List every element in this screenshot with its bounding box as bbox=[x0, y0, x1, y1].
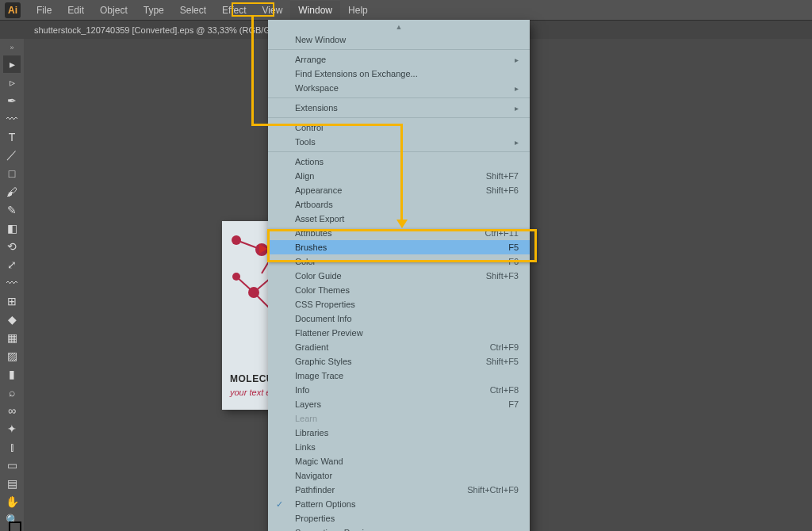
menu-item-magic-wand[interactable]: Magic Wand bbox=[268, 454, 530, 468]
menu-separator bbox=[268, 117, 530, 118]
artwork-subtitle: your text e bbox=[230, 388, 270, 397]
menu-item-color-guide[interactable]: Color GuideShift+F3 bbox=[268, 269, 530, 283]
menu-item-brushes[interactable]: BrushesF5 bbox=[268, 240, 530, 254]
menu-edit[interactable]: Edit bbox=[59, 1, 92, 20]
window-menu-dropdown: ▲ New WindowArrange▸Find Extensions on E… bbox=[268, 20, 530, 531]
menu-item-flattener-preview[interactable]: Flattener Preview bbox=[268, 326, 530, 340]
menu-item-links[interactable]: Links bbox=[268, 440, 530, 454]
menu-item-label: Align bbox=[295, 171, 486, 181]
menu-item-css-properties[interactable]: CSS Properties bbox=[268, 297, 530, 311]
pen-tool[interactable]: ✒ bbox=[3, 92, 21, 109]
menu-item-label: Color Guide bbox=[295, 271, 486, 281]
menu-item-label: Workspace bbox=[295, 83, 515, 93]
slice-tool[interactable]: ▤ bbox=[3, 475, 21, 492]
expand-tools-icon[interactable]: » bbox=[10, 44, 13, 52]
shape-builder-tool[interactable]: ◆ bbox=[3, 311, 21, 328]
menu-object[interactable]: Object bbox=[92, 1, 136, 20]
menu-separator bbox=[268, 49, 530, 50]
menu-item-control[interactable]: Control bbox=[268, 120, 530, 135]
selection-tool[interactable]: ▸ bbox=[3, 55, 21, 73]
menu-item-align[interactable]: AlignShift+F7 bbox=[268, 169, 530, 183]
menu-item-graphic-styles[interactable]: Graphic StylesShift+F5 bbox=[268, 354, 530, 369]
menu-item-document-info[interactable]: Document Info bbox=[268, 311, 530, 326]
paintbrush-tool[interactable]: 🖌 bbox=[3, 183, 21, 201]
menu-item-label: Tools bbox=[295, 137, 515, 147]
width-tool[interactable]: 〰 bbox=[3, 274, 21, 292]
app-logo: Ai bbox=[5, 2, 21, 18]
line-tool[interactable]: ／ bbox=[3, 147, 21, 164]
menu-file[interactable]: File bbox=[29, 1, 59, 20]
tutorial-arrow-head-icon bbox=[396, 220, 408, 228]
menu-item-label: Layers bbox=[295, 399, 508, 409]
menu-item-separations-preview[interactable]: Separations Preview bbox=[268, 525, 530, 531]
menu-item-actions[interactable]: Actions bbox=[268, 155, 530, 169]
menu-type[interactable]: Type bbox=[136, 1, 172, 20]
menu-item-label: Document Info bbox=[295, 314, 519, 323]
menu-shortcut: Ctrl+F9 bbox=[490, 342, 519, 352]
column-graph-tool[interactable]: ⫿ bbox=[3, 438, 21, 456]
menu-item-color-themes[interactable]: Color Themes bbox=[268, 283, 530, 297]
submenu-arrow-icon: ▸ bbox=[515, 84, 519, 93]
svg-point-9 bbox=[232, 235, 241, 245]
menu-item-workspace[interactable]: Workspace▸ bbox=[268, 81, 530, 95]
pencil-tool[interactable]: ✎ bbox=[3, 201, 21, 219]
rectangle-tool[interactable]: □ bbox=[3, 165, 21, 182]
blend-tool[interactable]: ∞ bbox=[3, 402, 21, 419]
mesh-tool[interactable]: ▨ bbox=[3, 347, 21, 365]
menu-item-label: Links bbox=[295, 442, 519, 452]
menu-item-label: Info bbox=[295, 385, 490, 395]
gradient-tool[interactable]: ▮ bbox=[3, 365, 21, 383]
menu-shortcut: F7 bbox=[508, 399, 519, 409]
menu-item-properties[interactable]: Properties bbox=[268, 511, 530, 525]
hand-tool[interactable]: ✋ bbox=[3, 493, 21, 510]
menu-item-find-extensions-on-exchange[interactable]: Find Extensions on Exchange... bbox=[268, 67, 530, 81]
free-transform-tool[interactable]: ⊞ bbox=[3, 292, 21, 310]
scale-tool[interactable]: ⤢ bbox=[3, 256, 21, 273]
menu-item-new-window[interactable]: New Window bbox=[268, 32, 530, 47]
menu-item-pathfinder[interactable]: PathfinderShift+Ctrl+F9 bbox=[268, 483, 530, 497]
menu-item-label: Navigator bbox=[295, 471, 519, 480]
menu-item-label: Actions bbox=[295, 157, 519, 166]
menu-item-gradient[interactable]: GradientCtrl+F9 bbox=[268, 340, 530, 354]
menu-window[interactable]: Window bbox=[290, 1, 340, 20]
menu-item-label: Pathfinder bbox=[295, 485, 467, 495]
menu-item-learn: Learn bbox=[268, 411, 530, 426]
menu-item-label: Properties bbox=[295, 514, 519, 523]
menu-item-label: Artboards bbox=[295, 200, 519, 209]
menu-item-navigator[interactable]: Navigator bbox=[268, 468, 530, 483]
menu-item-color[interactable]: ColorF6 bbox=[268, 254, 530, 269]
svg-point-13 bbox=[248, 287, 259, 298]
menu-item-libraries[interactable]: Libraries bbox=[268, 426, 530, 440]
menu-item-label: Appearance bbox=[295, 185, 486, 195]
menu-item-info[interactable]: InfoCtrl+F8 bbox=[268, 383, 530, 397]
curvature-tool[interactable]: 〰 bbox=[3, 110, 21, 128]
menu-select[interactable]: Select bbox=[172, 1, 214, 20]
menu-item-artboards[interactable]: Artboards bbox=[268, 197, 530, 212]
submenu-arrow-icon: ▸ bbox=[515, 104, 519, 113]
artboard-tool[interactable]: ▭ bbox=[3, 457, 21, 474]
menu-item-tools[interactable]: Tools▸ bbox=[268, 135, 530, 149]
menu-view[interactable]: View bbox=[255, 1, 291, 20]
menu-shortcut: F5 bbox=[508, 243, 519, 252]
menu-shortcut: F6 bbox=[508, 257, 519, 266]
symbol-sprayer-tool[interactable]: ✦ bbox=[3, 420, 21, 437]
eyedropper-tool[interactable]: ⌕ bbox=[3, 384, 21, 401]
menu-effect[interactable]: Effect bbox=[214, 1, 254, 20]
direct-selection-tool[interactable]: ▹ bbox=[3, 74, 21, 91]
rotate-tool[interactable]: ⟲ bbox=[3, 238, 21, 255]
menu-item-arrange[interactable]: Arrange▸ bbox=[268, 52, 530, 67]
tutorial-arrow bbox=[400, 124, 403, 223]
menu-scroll-up-icon[interactable]: ▲ bbox=[268, 23, 530, 32]
menu-help[interactable]: Help bbox=[340, 1, 376, 20]
menu-separator bbox=[268, 151, 530, 152]
type-tool[interactable]: T bbox=[3, 128, 21, 146]
eraser-tool[interactable]: ◧ bbox=[3, 220, 21, 237]
menu-item-label: Learn bbox=[295, 414, 519, 423]
menu-item-layers[interactable]: LayersF7 bbox=[268, 397, 530, 411]
menu-item-label: Extensions bbox=[295, 103, 515, 113]
menu-item-appearance[interactable]: AppearanceShift+F6 bbox=[268, 183, 530, 197]
menu-item-image-trace[interactable]: Image Trace bbox=[268, 369, 530, 383]
menu-item-pattern-options[interactable]: ✓Pattern Options bbox=[268, 497, 530, 511]
perspective-tool[interactable]: ▦ bbox=[3, 329, 21, 346]
menu-item-extensions[interactable]: Extensions▸ bbox=[268, 101, 530, 115]
